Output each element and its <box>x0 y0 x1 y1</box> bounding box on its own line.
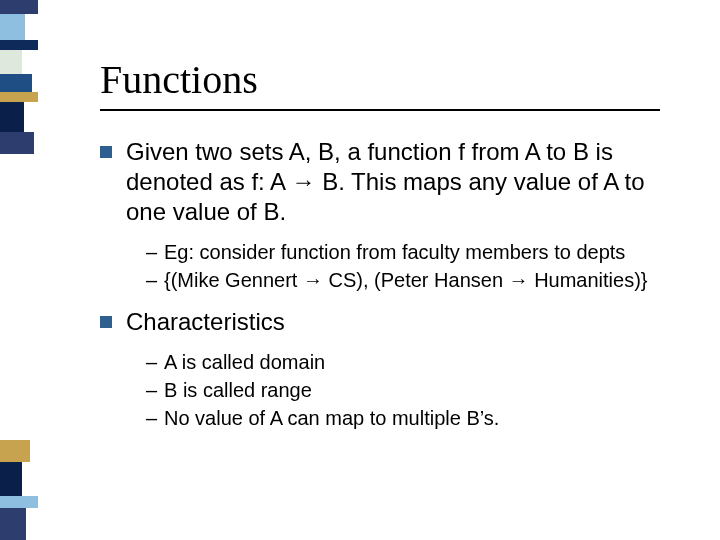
rail-segment <box>0 496 38 508</box>
rail-segment <box>0 14 25 40</box>
rail-segment <box>0 462 22 496</box>
sub-bullet-text: No value of A can map to multiple B’s. <box>164 405 499 431</box>
bullet-level2: – {(Mike Gennert → CS), (Peter Hansen → … <box>146 267 680 293</box>
bullet-level1: Characteristics <box>100 307 680 337</box>
rail-segment <box>0 74 32 92</box>
rail-segment <box>0 102 24 132</box>
rail-segment <box>0 440 30 462</box>
dash-bullet-icon: – <box>146 349 164 375</box>
bullet-level2: – B is called range <box>146 377 680 403</box>
rail-segment <box>0 0 38 14</box>
square-bullet-icon <box>100 146 112 158</box>
sub-bullet-group: – A is called domain – B is called range… <box>146 349 680 431</box>
rail-segment <box>0 508 26 540</box>
bullet-level1: Given two sets A, B, a function f from A… <box>100 137 680 227</box>
sub-bullet-text: Eg: consider function from faculty membe… <box>164 239 625 265</box>
rail-segment <box>0 50 22 74</box>
bullet-text: Characteristics <box>126 307 285 337</box>
slide-content: Functions Given two sets A, B, a functio… <box>100 56 680 445</box>
square-bullet-icon <box>100 316 112 328</box>
sub-bullet-text: A is called domain <box>164 349 325 375</box>
rail-segment <box>0 132 34 154</box>
dash-bullet-icon: – <box>146 267 164 293</box>
rail-segment <box>0 92 38 102</box>
dash-bullet-icon: – <box>146 377 164 403</box>
sub-bullet-group: – Eg: consider function from faculty mem… <box>146 239 680 293</box>
sub-bullet-text: {(Mike Gennert → CS), (Peter Hansen → Hu… <box>164 267 648 293</box>
rail-segment <box>0 40 38 50</box>
dash-bullet-icon: – <box>146 239 164 265</box>
slide-title: Functions <box>100 56 680 103</box>
decorative-rail <box>0 0 38 540</box>
bullet-level2: – No value of A can map to multiple B’s. <box>146 405 680 431</box>
bullet-level2: – Eg: consider function from faculty mem… <box>146 239 680 265</box>
sub-bullet-text: B is called range <box>164 377 312 403</box>
dash-bullet-icon: – <box>146 405 164 431</box>
bullet-level2: – A is called domain <box>146 349 680 375</box>
bullet-text: Given two sets A, B, a function f from A… <box>126 137 680 227</box>
title-rule <box>100 109 660 111</box>
